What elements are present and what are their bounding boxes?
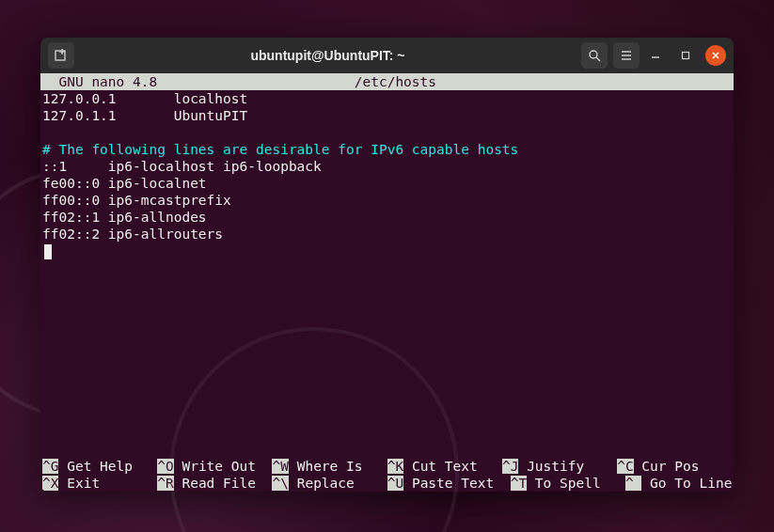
minimize-button[interactable] bbox=[645, 45, 666, 66]
file-line[interactable]: fe00::0 ip6-localnet bbox=[40, 175, 734, 192]
file-lines[interactable]: 127.0.0.1 localhost127.0.1.1 UbuntuPIT #… bbox=[40, 90, 734, 243]
svg-rect-9 bbox=[683, 53, 689, 59]
window-title: ubuntupit@UbuntuPIT: ~ bbox=[80, 48, 576, 63]
terminal-window: ubuntupit@UbuntuPIT: ~ GNU nano 4.8 /etc… bbox=[40, 38, 734, 492]
terminal-body[interactable]: GNU nano 4.8 /etc/hosts 127.0.0.1 localh… bbox=[40, 73, 734, 492]
editor-content[interactable]: GNU nano 4.8 /etc/hosts 127.0.0.1 localh… bbox=[40, 73, 734, 492]
file-line[interactable]: ff02::1 ip6-allnodes bbox=[40, 209, 734, 226]
shortcut-key: ^U bbox=[387, 476, 403, 491]
shortcut-key: ^C bbox=[617, 459, 633, 474]
shortcut-label: Exit bbox=[58, 476, 157, 491]
shortcut-row-1: ^G Get Help ^O Write Out ^W Where Is ^K … bbox=[40, 458, 724, 475]
titlebar: ubuntupit@UbuntuPIT: ~ bbox=[40, 38, 734, 73]
shortcut-key: ^\ bbox=[272, 476, 288, 491]
shortcut-key: ^W bbox=[272, 459, 288, 474]
nano-version: GNU nano 4.8 bbox=[42, 74, 157, 89]
shortcut-label: Replace bbox=[289, 476, 387, 491]
shortcut-label: Write Out bbox=[174, 459, 273, 474]
file-line[interactable] bbox=[40, 124, 734, 141]
shortcut-key: ^X bbox=[42, 476, 58, 491]
shortcut-row-2: ^X Exit ^R Read File ^\ Replace ^U Paste… bbox=[40, 475, 724, 492]
nano-filename: /etc/hosts bbox=[355, 74, 436, 89]
shortcut-key: ^R bbox=[157, 476, 173, 491]
shortcut-key: ^O bbox=[157, 459, 173, 474]
shortcut-key: ^J bbox=[502, 459, 518, 474]
shortcut-label: Justify bbox=[518, 459, 617, 474]
cursor-icon bbox=[44, 244, 52, 259]
shortcut-label: Go To Line bbox=[641, 476, 734, 491]
file-line[interactable]: ::1 ip6-localhost ip6-loopback bbox=[40, 158, 734, 175]
shortcut-key: ^T bbox=[511, 476, 527, 491]
svg-point-3 bbox=[590, 51, 597, 58]
shortcut-label: Read File bbox=[174, 476, 273, 491]
file-line[interactable]: 127.0.1.1 UbuntuPIT bbox=[40, 107, 734, 124]
menu-button[interactable] bbox=[613, 42, 640, 69]
shortcut-key: ^G bbox=[42, 459, 58, 474]
nano-header: GNU nano 4.8 /etc/hosts bbox=[40, 73, 734, 90]
shortcut-label: Cut Text bbox=[403, 459, 502, 474]
svg-line-4 bbox=[596, 57, 600, 61]
cursor-line bbox=[40, 243, 734, 259]
file-line[interactable]: 127.0.0.1 localhost bbox=[40, 90, 734, 107]
shortcut-label: Cur Pos bbox=[634, 459, 733, 474]
new-tab-button[interactable] bbox=[48, 42, 74, 69]
shortcut-label: Get Help bbox=[58, 459, 157, 474]
shortcut-label: Where Is bbox=[289, 459, 387, 474]
shortcut-label: To Spell bbox=[527, 476, 625, 491]
shortcut-key: ^_ bbox=[625, 476, 641, 491]
shortcut-key: ^K bbox=[387, 459, 403, 474]
maximize-button[interactable] bbox=[675, 45, 696, 66]
close-button[interactable] bbox=[705, 45, 726, 66]
shortcut-label: Paste Text bbox=[403, 476, 511, 491]
search-button[interactable] bbox=[581, 42, 608, 69]
file-line[interactable]: ff00::0 ip6-mcastprefix bbox=[40, 192, 734, 209]
file-line[interactable]: ff02::2 ip6-allrouters bbox=[40, 226, 734, 243]
file-line[interactable]: # The following lines are desirable for … bbox=[40, 141, 734, 158]
nano-footer: ^G Get Help ^O Write Out ^W Where Is ^K … bbox=[40, 458, 724, 492]
